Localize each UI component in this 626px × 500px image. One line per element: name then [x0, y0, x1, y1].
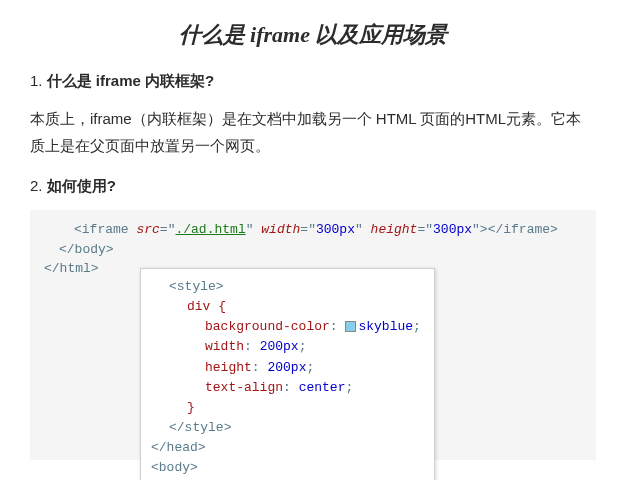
section-heading-text: 什么是 iframe 内联框架? — [47, 72, 215, 89]
code-line: </body> — [44, 240, 582, 260]
code-line: <body> — [151, 458, 424, 478]
section-num: 1. — [30, 72, 47, 89]
section-num: 2. — [30, 177, 47, 194]
code-line: </style> — [151, 418, 424, 438]
code-line: } — [151, 398, 424, 418]
page-title: 什么是 iframe 以及应用场景 — [30, 20, 596, 50]
code-line: <iframe src="./ad.html" width="300px" he… — [44, 220, 582, 240]
color-swatch-icon — [345, 321, 356, 332]
code-line: width: 200px; — [151, 337, 424, 357]
intro-paragraph: 本质上，iframe（内联框架）是在文档中加载另一个 HTML 页面的HTML元… — [30, 105, 596, 159]
code-block-inner: <style> div { background-color: skyblue;… — [140, 268, 435, 480]
code-block-outer: <iframe src="./ad.html" width="300px" he… — [30, 210, 596, 460]
section-1-heading: 1. 什么是 iframe 内联框架? — [30, 72, 596, 91]
code-line: height: 200px; — [151, 358, 424, 378]
code-line: background-color: skyblue; — [151, 317, 424, 337]
code-line: text-align: center; — [151, 378, 424, 398]
section-heading-text: 如何使用? — [47, 177, 116, 194]
code-line: <style> — [151, 277, 424, 297]
code-line: div { — [151, 297, 424, 317]
code-line: <div>士力架 横扫饥饿做回自己！ </div> — [151, 478, 424, 480]
section-2-heading: 2. 如何使用? — [30, 177, 596, 196]
code-line: </head> — [151, 438, 424, 458]
